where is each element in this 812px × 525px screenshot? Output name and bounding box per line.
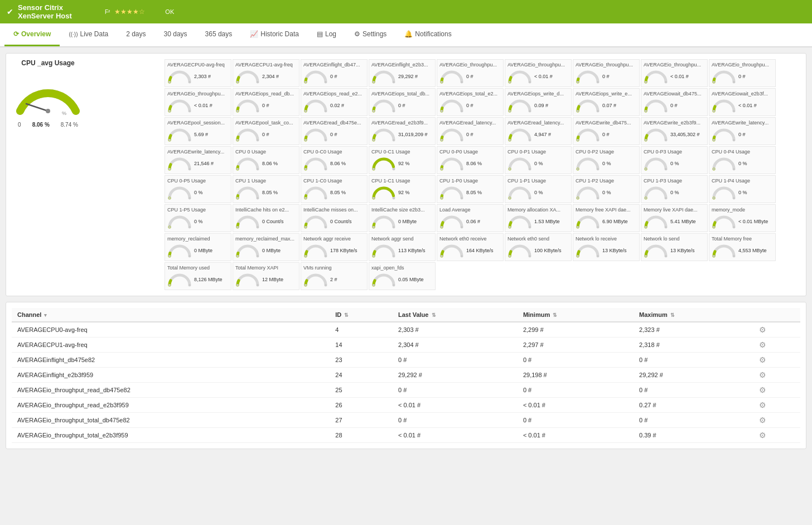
cell-action[interactable]: ⚙: [753, 338, 800, 353]
cell-action[interactable]: ⚙: [753, 368, 800, 383]
row-link-icon[interactable]: ⚙: [759, 340, 766, 349]
tab-notifications[interactable]: 🔔 Notifications: [395, 23, 460, 46]
gauge-value: 0 #: [738, 132, 746, 137]
cell-last-value: < 0.01 #: [393, 428, 518, 443]
cell-minimum: 0 #: [518, 383, 634, 398]
svg-point-55: [713, 139, 715, 141]
col-channel[interactable]: Channel ▾: [12, 308, 330, 322]
gauge-item: Network eth0 receive 164 KByte/s: [437, 233, 504, 261]
gauge-value: 33,405,302 #: [670, 132, 700, 137]
svg-point-103: [509, 226, 511, 228]
tab-365days[interactable]: 365 days: [196, 23, 241, 46]
gauge-wrapper: 0 #: [712, 69, 773, 84]
svg-point-118: [393, 255, 395, 257]
cell-action[interactable]: ⚙: [753, 353, 800, 368]
svg-point-110: [733, 226, 735, 228]
svg-point-91: [713, 197, 715, 199]
tab-30days[interactable]: 30 days: [155, 23, 196, 46]
row-link-icon[interactable]: ⚙: [759, 431, 766, 440]
gauge-value: 5.41 MByte: [670, 219, 696, 224]
gauge-value: 0 %: [738, 161, 747, 166]
gauge-label: Memory allocation XA...: [508, 207, 569, 213]
gauge-wrapper: 0 #: [303, 127, 365, 142]
row-link-icon[interactable]: ⚙: [759, 325, 766, 334]
sensor-tag: F²: [105, 9, 110, 15]
svg-point-14: [529, 81, 531, 83]
cell-maximum: 29,292 #: [634, 368, 753, 383]
gauge-wrapper: 0 Count/s: [303, 214, 365, 229]
row-link-icon[interactable]: ⚙: [759, 370, 766, 379]
cell-id: 27: [330, 413, 393, 428]
row-link-icon[interactable]: ⚙: [759, 355, 766, 364]
gauge-label: CPU 1-P5 Usage: [167, 207, 229, 213]
col-last-value[interactable]: Last Value ⇅: [393, 308, 518, 322]
gauge-value: 0 %: [670, 190, 679, 195]
col-id[interactable]: ID ⇅: [330, 308, 393, 322]
svg-point-101: [441, 226, 443, 228]
cell-action[interactable]: ⚙: [753, 413, 800, 428]
svg-point-52: [597, 139, 599, 141]
gauge-item: AVERAGEiops_read_db... 0 #: [233, 88, 299, 116]
cell-last-value: 0 #: [393, 383, 518, 398]
gauge-item: AVERAGEpool_session... 5.69 #: [165, 117, 231, 145]
tab-overview[interactable]: ⟳ Overview: [4, 23, 60, 46]
cell-last-value: 29,292 #: [393, 368, 518, 383]
cell-action[interactable]: ⚙: [753, 383, 800, 398]
gauge-label: AVERAGEiowait_e2b3f...: [712, 91, 773, 97]
gauge-item: CPU 0-P2 Usage 0 %: [573, 146, 640, 174]
gauge-label: AVERAGEiops_write_d...: [508, 91, 569, 97]
cell-action[interactable]: ⚙: [753, 322, 800, 338]
tab-live-data[interactable]: ((·)) Live Data: [60, 23, 117, 46]
gauge-mini-svg: [235, 156, 260, 171]
cell-maximum: 0 #: [634, 413, 753, 428]
gauge-value: 5.69 #: [194, 132, 208, 137]
gauge-label: CPU 0 Usage: [235, 149, 297, 155]
gauge-value: 0 %: [670, 161, 679, 166]
svg-point-54: [665, 139, 667, 141]
tab-settings[interactable]: ⚙ Settings: [345, 23, 395, 46]
gauge-wrapper: 33,405,302 #: [644, 127, 705, 142]
svg-point-79: [304, 197, 307, 199]
gauge-value: < 0.01 #: [194, 103, 212, 108]
gauge-label: AVERAGEwrite_latency...: [712, 120, 773, 126]
cell-action[interactable]: ⚙: [753, 398, 800, 413]
gauge-item: AVERAGEpool_task_co... 0 #: [233, 117, 299, 145]
svg-point-30: [461, 110, 463, 112]
gauge-item: AVERAGEiops_total_db... 0 #: [369, 88, 436, 116]
gauge-value: 0 #: [466, 74, 473, 79]
svg-point-35: [645, 110, 647, 112]
gauge-value: 0 #: [738, 74, 746, 79]
gauge-mini-svg: [576, 156, 600, 171]
cell-action[interactable]: ⚙: [753, 428, 800, 443]
gauge-wrapper: 0 #: [576, 127, 637, 142]
gauge-mini-svg: [712, 243, 736, 258]
svg-point-126: [665, 255, 667, 257]
gauge-mini-svg: [508, 156, 532, 171]
gauge-item: AVERAGEiops_write_e... 0.07 #: [573, 88, 640, 116]
gauge-item: IntelliCache hits on e2... 0 Count/s: [233, 204, 299, 232]
col-maximum[interactable]: Maximum ⇅: [634, 308, 753, 322]
tab-2days[interactable]: 2 days: [117, 23, 154, 46]
gauge-label: Network aggr send: [371, 236, 433, 242]
svg-point-43: [304, 139, 307, 141]
row-link-icon[interactable]: ⚙: [759, 401, 766, 410]
svg-point-108: [665, 226, 667, 228]
svg-point-6: [257, 81, 259, 83]
svg-point-64: [393, 168, 395, 170]
col-minimum[interactable]: Minimum ⇅: [518, 308, 634, 322]
gauge-wrapper: 0.09 #: [508, 98, 569, 113]
svg-point-11: [441, 81, 443, 83]
gauge-item: CPU 0-P3 Usage 0 %: [641, 146, 708, 174]
row-link-icon[interactable]: ⚙: [759, 416, 766, 425]
svg-point-102: [461, 226, 463, 228]
gauge-label: memory_reclaimed: [167, 236, 229, 242]
tab-historic-data[interactable]: 📈 Historic Data: [241, 23, 308, 46]
gauge-value: 6.90 MByte: [602, 219, 628, 224]
svg-point-29: [441, 110, 443, 112]
cell-id: 4: [330, 322, 393, 338]
gauge-item: CPU 0-P4 Usage 0 %: [709, 146, 776, 174]
row-link-icon[interactable]: ⚙: [759, 386, 766, 394]
log-icon: ▤: [317, 30, 323, 38]
tab-log[interactable]: ▤ Log: [308, 23, 345, 46]
cpu-value-left: 0: [18, 122, 21, 128]
